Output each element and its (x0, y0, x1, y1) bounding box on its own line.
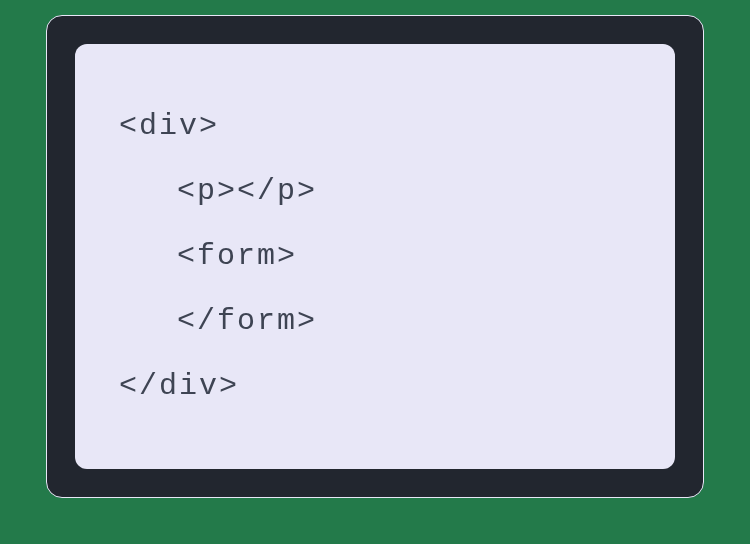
code-line-1: <div> (119, 110, 631, 143)
code-frame: <div> <p></p> <form> </form> </div> (46, 15, 704, 498)
code-line-5: </div> (119, 370, 631, 403)
code-line-2: <p></p> (119, 175, 631, 208)
code-line-4: </form> (119, 305, 631, 338)
code-line-3: <form> (119, 240, 631, 273)
code-panel: <div> <p></p> <form> </form> </div> (75, 44, 675, 469)
